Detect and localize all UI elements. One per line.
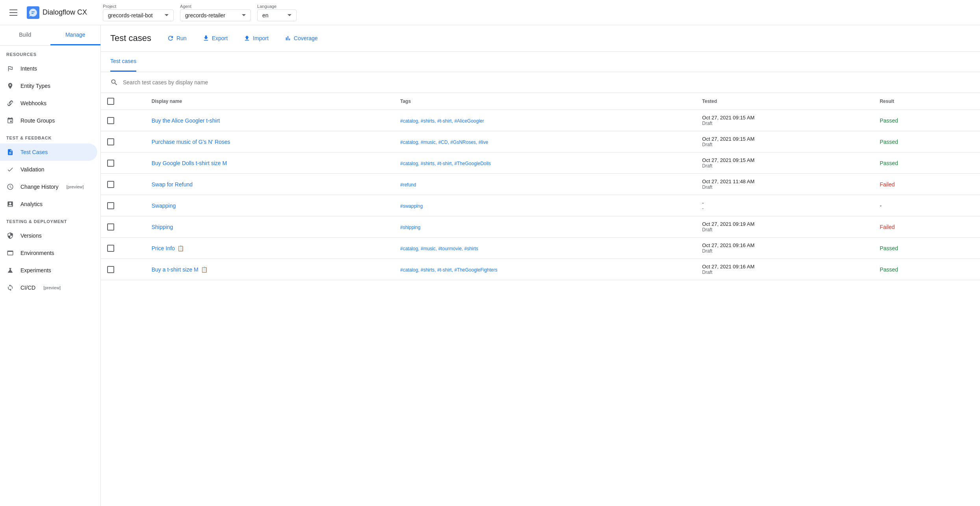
tab-build[interactable]: Build xyxy=(0,25,50,45)
table-row: Swapping#swapping--- xyxy=(101,195,980,216)
row-result: - xyxy=(873,195,980,216)
page-title: Test cases xyxy=(110,33,151,43)
tested-sub: Draft xyxy=(702,270,867,275)
row-checkbox[interactable] xyxy=(107,138,114,145)
table-row: Buy the Alice Googler t-shirt#catalog, #… xyxy=(101,110,980,131)
row-display-name[interactable]: Price Info📋 xyxy=(145,238,394,259)
tag-text: #refund xyxy=(400,182,416,188)
change-history-label: Change History xyxy=(20,184,59,190)
route-groups-icon xyxy=(6,117,14,125)
select-all-checkbox[interactable] xyxy=(107,98,114,105)
export-button[interactable]: Export xyxy=(196,32,234,45)
row-display-name[interactable]: Buy Google Dolls t-shirt size M xyxy=(145,153,394,174)
agent-select[interactable]: grecords-retailer xyxy=(180,9,251,21)
row-tested: Oct 27, 2021 09:15 AMDraft xyxy=(696,153,874,174)
export-icon xyxy=(202,35,210,42)
import-button[interactable]: Import xyxy=(237,32,275,45)
coverage-button[interactable]: Coverage xyxy=(278,32,324,45)
row-checkbox[interactable] xyxy=(107,266,114,273)
row-display-name[interactable]: Purchase music of G's N' Roses xyxy=(145,131,394,153)
experiments-icon xyxy=(6,266,14,274)
import-icon xyxy=(243,35,251,42)
row-tested: Oct 27, 2021 09:16 AMDraft xyxy=(696,259,874,280)
row-display-name[interactable]: Swapping xyxy=(145,195,394,216)
row-checkbox[interactable] xyxy=(107,202,114,209)
col-tags: Tags xyxy=(394,93,696,110)
sidebar-item-experiments[interactable]: Experiments xyxy=(0,262,97,279)
row-display-name[interactable]: Buy a t-shirt size M📋 xyxy=(145,259,394,280)
content-tabs: Test cases xyxy=(101,52,980,72)
hamburger-menu[interactable] xyxy=(6,6,20,19)
row-display-name[interactable]: Shipping xyxy=(145,216,394,238)
result-passed: Passed xyxy=(880,245,898,251)
analytics-label: Analytics xyxy=(20,201,43,207)
tested-sub: Draft xyxy=(702,248,867,254)
agent-label: Agent xyxy=(180,4,251,9)
row-checkbox[interactable] xyxy=(107,245,114,252)
tested-date: Oct 27, 2021 09:15 AM xyxy=(702,157,867,163)
row-checkbox[interactable] xyxy=(107,181,114,188)
language-dropdown-wrapper: Language en xyxy=(257,4,297,21)
tag-text: #catalog, #music, #CD, #GsNRoses, #live xyxy=(400,140,488,145)
row-checkbox[interactable] xyxy=(107,223,114,231)
row-display-name[interactable]: Buy the Alice Googler t-shirt xyxy=(145,110,394,131)
row-checkbox[interactable] xyxy=(107,117,114,124)
main-content: Test cases Run Export Import Coverage Te… xyxy=(101,25,980,506)
row-result: Passed xyxy=(873,153,980,174)
result-failed: Failed xyxy=(880,224,895,230)
language-label: Language xyxy=(257,4,297,9)
row-tested: Oct 27, 2021 11:48 AMDraft xyxy=(696,174,874,195)
agent-dropdown-wrapper: Agent grecords-retailer xyxy=(180,4,251,21)
tab-test-cases[interactable]: Test cases xyxy=(110,52,136,72)
webhooks-icon xyxy=(6,99,14,107)
tested-date: Oct 27, 2021 09:16 AM xyxy=(702,242,867,248)
tested-sub: Draft xyxy=(702,142,867,147)
sidebar-item-webhooks[interactable]: Webhooks xyxy=(0,95,97,112)
project-label: Project xyxy=(103,4,174,9)
logo-text: Dialogflow CX xyxy=(43,8,87,17)
sidebar-item-environments[interactable]: Environments xyxy=(0,244,97,262)
run-button[interactable]: Run xyxy=(161,32,193,45)
tested-date: Oct 27, 2021 09:16 AM xyxy=(702,264,867,270)
language-select[interactable]: en xyxy=(257,9,297,21)
sidebar-item-intents[interactable]: Intents xyxy=(0,60,97,77)
project-select[interactable]: grecords-retail-bot xyxy=(103,9,174,21)
dialogflow-logo-icon xyxy=(27,6,39,19)
sidebar-item-cicd[interactable]: CI/CD [preview] xyxy=(0,279,97,296)
sidebar-item-entity-types[interactable]: Entity Types xyxy=(0,77,97,95)
sidebar-item-validation[interactable]: Validation xyxy=(0,161,97,178)
page-header: Test cases Run Export Import Coverage xyxy=(101,25,980,52)
tested-date: - xyxy=(702,200,867,206)
result-failed: Failed xyxy=(880,181,895,188)
cicd-icon xyxy=(6,284,14,292)
row-display-name[interactable]: Swap for Refund xyxy=(145,174,394,195)
row-document-icon: 📋 xyxy=(177,245,184,251)
row-checkbox[interactable] xyxy=(107,160,114,167)
versions-label: Versions xyxy=(20,233,42,239)
sidebar-item-analytics[interactable]: Analytics xyxy=(0,195,97,213)
tab-manage[interactable]: Manage xyxy=(50,25,101,45)
sidebar-item-change-history[interactable]: Change History [preview] xyxy=(0,178,97,195)
tested-date: Oct 27, 2021 09:19 AM xyxy=(702,221,867,227)
search-input[interactable] xyxy=(123,79,971,86)
table-row: Price Info📋#catalog, #music, #tourmovie,… xyxy=(101,238,980,259)
tested-date: Oct 27, 2021 09:15 AM xyxy=(702,115,867,121)
row-document-icon: 📋 xyxy=(201,266,208,273)
row-tags: #catalog, #shirts, #t-shirt, #TheGoogleF… xyxy=(394,259,696,280)
row-tags: #refund xyxy=(394,174,696,195)
row-tags: #catalog, #shirts, #t-shirt, #AliceGoogl… xyxy=(394,110,696,131)
change-history-badge: [preview] xyxy=(67,184,84,189)
result-passed: Passed xyxy=(880,117,898,124)
agent-chevron-icon xyxy=(242,14,246,16)
sidebar-item-route-groups[interactable]: Route Groups xyxy=(0,112,97,129)
row-tested: -- xyxy=(696,195,874,216)
language-chevron-icon xyxy=(288,14,291,16)
result-passed: Passed xyxy=(880,139,898,145)
col-tested: Tested xyxy=(696,93,874,110)
run-label: Run xyxy=(176,35,187,41)
tag-text: #catalog, #shirts, #t-shirt, #TheGoogleD… xyxy=(400,161,491,166)
coverage-icon xyxy=(284,35,291,42)
run-icon xyxy=(167,35,174,42)
sidebar-item-versions[interactable]: Versions xyxy=(0,227,97,244)
sidebar-item-test-cases[interactable]: Test Cases xyxy=(0,143,97,161)
